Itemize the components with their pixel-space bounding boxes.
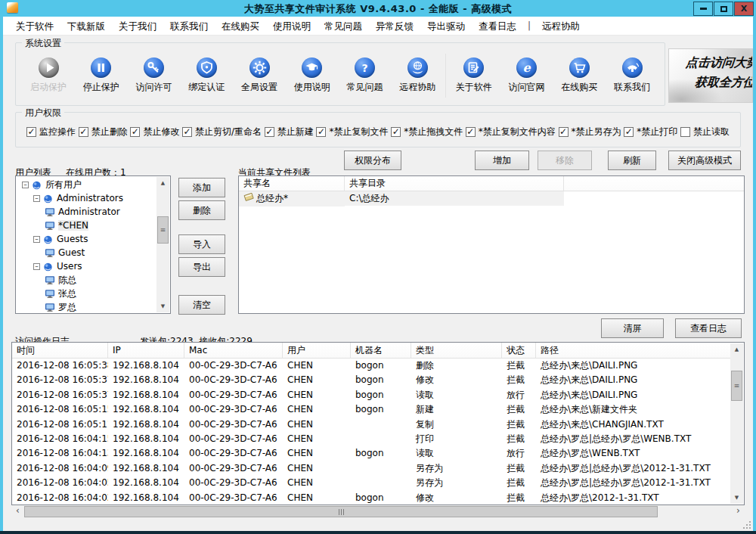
tree-item[interactable]: Administrator (16, 205, 156, 219)
scrollbar-thumb[interactable]: ≡ (731, 371, 742, 401)
column-header[interactable]: 状态 (502, 343, 536, 358)
menu-item[interactable]: 导出驱动 (420, 17, 472, 36)
resize-grip-icon[interactable] (743, 521, 751, 529)
permission-checkbox[interactable]: ✓禁止剪切/重命名 (182, 126, 262, 138)
user-tree-scrollbar[interactable]: ▲ ≡ ▼ (156, 177, 169, 312)
tool-button[interactable]: 使用说明 (287, 57, 337, 94)
tree-item[interactable]: –Guests (16, 232, 156, 246)
scroll-left-icon[interactable]: ‹ (11, 505, 24, 518)
tool-button[interactable]: 远程协助 (392, 57, 442, 94)
tree-item[interactable]: 罗总 (16, 300, 156, 314)
tool-button[interactable]: ?常见问题 (340, 57, 390, 94)
promo-banner[interactable]: 点击访问大势 获取全方位 (668, 48, 753, 103)
tool-button[interactable]: 停止保护 (76, 57, 126, 94)
column-header[interactable]: 时间 (12, 343, 108, 358)
expander-icon[interactable]: – (22, 182, 29, 188)
tree-item[interactable]: –Administrators (16, 191, 156, 205)
share-action-button[interactable]: 增加 (475, 151, 529, 170)
tree-item[interactable]: 陈总 (16, 273, 156, 287)
tree-item[interactable]: *CHEN (16, 219, 156, 232)
user-button[interactable]: 导入 (178, 234, 225, 254)
user-button[interactable]: 导出 (178, 257, 225, 277)
computer-icon (45, 275, 55, 285)
log-row[interactable]: 2016-12-08 16:05:38192.168.8.10400-0C-29… (12, 359, 731, 373)
share-action-button[interactable]: 关闭高级模式 (668, 151, 741, 170)
log-row[interactable]: 2016-12-08 16:05:37192.168.8.10400-0C-29… (12, 373, 731, 387)
column-header[interactable]: 路径 (536, 343, 731, 358)
minimize-button[interactable] (693, 2, 713, 16)
tool-button[interactable]: e访问官网 (502, 57, 552, 94)
permission-checkbox[interactable]: ✓*禁止另存为 (559, 126, 621, 138)
scroll-right-icon[interactable]: › (732, 505, 745, 518)
permission-checkbox[interactable]: ✓*禁止拖拽文件 (391, 126, 463, 138)
log-cell: 2016-12-08 16:04:15 (12, 432, 108, 446)
permission-checkbox[interactable]: ✓*禁止复制文件 (316, 126, 388, 138)
permission-checkbox[interactable]: ✓禁止删除 (79, 126, 128, 138)
log-row[interactable]: 2016-12-08 16:05:37192.168.8.10400-0C-29… (12, 388, 731, 402)
expander-icon[interactable]: – (33, 263, 40, 270)
tree-item[interactable]: Guest (16, 246, 156, 259)
column-header[interactable]: 共享名 (239, 176, 345, 191)
log-row[interactable]: 2016-12-08 16:04:02192.168.8.10400-0C-29… (12, 491, 731, 505)
tool-button[interactable]: 绑定认证 (181, 57, 231, 94)
user-button[interactable]: 清空 (178, 295, 225, 315)
scrollbar-thumb[interactable]: ≡ (157, 216, 169, 244)
menu-item[interactable]: 使用说明 (266, 17, 318, 36)
scroll-down-icon[interactable]: ▼ (730, 492, 743, 504)
menu-item[interactable]: 关于我们 (112, 17, 163, 36)
menu-item[interactable]: 常见问题 (318, 17, 369, 36)
clear-screen-button[interactable]: 清屏 (601, 318, 664, 338)
log-row[interactable]: 2016-12-08 16:04:09192.168.8.10400-0C-29… (12, 461, 731, 476)
tree-item[interactable]: –所有用户 (16, 178, 156, 191)
log-row[interactable]: 2016-12-08 16:05:15192.168.8.10400-0C-29… (12, 402, 731, 417)
scrollbar-thumb[interactable] (24, 506, 658, 517)
tool-button[interactable]: 联系我们 (607, 57, 657, 94)
scroll-up-icon[interactable]: ▲ (730, 343, 743, 355)
log-row[interactable]: 2016-12-08 16:04:05192.168.8.10400-0C-29… (12, 476, 731, 490)
column-header[interactable]: 机器名 (351, 343, 411, 358)
tool-button[interactable]: 在线购买 (554, 57, 604, 94)
log-row[interactable]: 2016-12-08 16:04:15192.168.8.10400-0C-29… (12, 432, 731, 446)
tool-button[interactable]: 访问许可 (129, 57, 179, 94)
tree-item[interactable]: –Users (16, 259, 156, 273)
expander-icon[interactable]: – (33, 236, 40, 243)
permission-label: *禁止复制文件 (329, 126, 388, 138)
column-header[interactable]: 共享目录 (345, 176, 564, 191)
close-button[interactable]: X (734, 2, 754, 16)
log-row[interactable]: 2016-12-08 16:04:13192.168.8.10400-0C-29… (12, 446, 731, 461)
permission-checkbox[interactable]: ✓*禁止打印 (624, 126, 677, 138)
tree-item[interactable]: 张总 (16, 287, 156, 300)
expander-icon[interactable]: – (33, 195, 40, 202)
menu-item[interactable]: 异常反馈 (369, 17, 420, 36)
scroll-up-icon[interactable]: ▲ (156, 177, 169, 189)
permission-checkbox[interactable]: ✓禁止修改 (130, 126, 179, 138)
column-header[interactable]: 用户 (283, 343, 351, 358)
tool-button[interactable]: 关于软件 (449, 57, 499, 94)
menu-item[interactable]: 查看日志 (472, 17, 523, 36)
menu-item[interactable]: 远程协助 (535, 17, 587, 36)
menu-item[interactable]: 联系我们 (163, 17, 215, 36)
view-log-button[interactable]: 查看日志 (675, 318, 742, 338)
log-row[interactable]: 2016-12-08 16:05:11192.168.8.10400-0C-29… (12, 418, 731, 432)
user-button[interactable]: 删除 (178, 200, 225, 220)
permission-checkbox[interactable]: ✓禁止新建 (265, 126, 314, 138)
permission-checkbox[interactable]: ✓*禁止复制文件内容 (466, 126, 556, 138)
tool-button[interactable]: 全局设置 (234, 57, 284, 94)
scroll-down-icon[interactable]: ▼ (156, 300, 169, 312)
permission-checkbox[interactable]: 禁止读取 (680, 126, 730, 138)
maximize-button[interactable] (714, 2, 733, 16)
permission-distribution-button[interactable]: 权限分布 (344, 151, 401, 170)
menu-item[interactable]: 在线购买 (215, 17, 266, 36)
menu-item[interactable]: 关于软件 (9, 17, 60, 36)
log-cell: 拦截 (502, 432, 536, 446)
user-button[interactable]: 添加 (178, 178, 225, 197)
menu-item[interactable]: 下载新版 (60, 17, 112, 36)
column-header[interactable]: Mac (184, 343, 283, 358)
column-header[interactable]: 类型 (411, 343, 502, 358)
share-action-button[interactable]: 刷新 (608, 151, 656, 170)
share-row[interactable]: 总经办*C:\总经办 (239, 191, 744, 206)
column-header[interactable]: IP (108, 343, 184, 358)
log-horizontal-scrollbar[interactable]: ‹ › (11, 505, 745, 518)
permission-checkbox[interactable]: ✓监控操作 (26, 126, 76, 138)
log-scrollbar[interactable]: ▲ ≡ ▼ (730, 343, 743, 504)
